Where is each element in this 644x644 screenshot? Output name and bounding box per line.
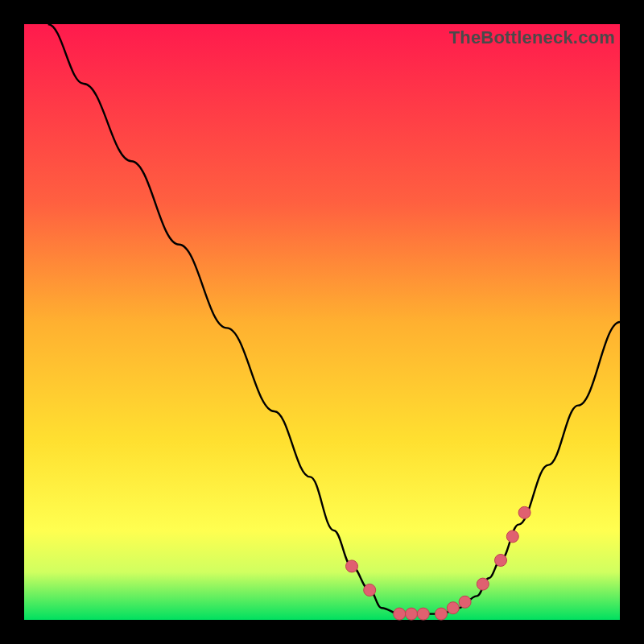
data-dot [417, 608, 429, 620]
chart-svg [24, 24, 620, 620]
plot-area: TheBottleneck.com [24, 24, 620, 620]
data-dot [459, 596, 471, 608]
data-dot [406, 608, 418, 620]
data-dot [346, 560, 358, 572]
data-dot [394, 608, 406, 620]
data-dot [447, 602, 459, 614]
data-dot [495, 555, 507, 567]
data-dot [506, 530, 518, 543]
data-dot [518, 506, 530, 518]
chart-frame: TheBottleneck.com [0, 0, 644, 644]
data-dots [346, 506, 531, 620]
data-dot [364, 584, 376, 597]
curve-line [48, 24, 620, 614]
data-dot [436, 608, 448, 620]
data-dot [477, 578, 489, 590]
